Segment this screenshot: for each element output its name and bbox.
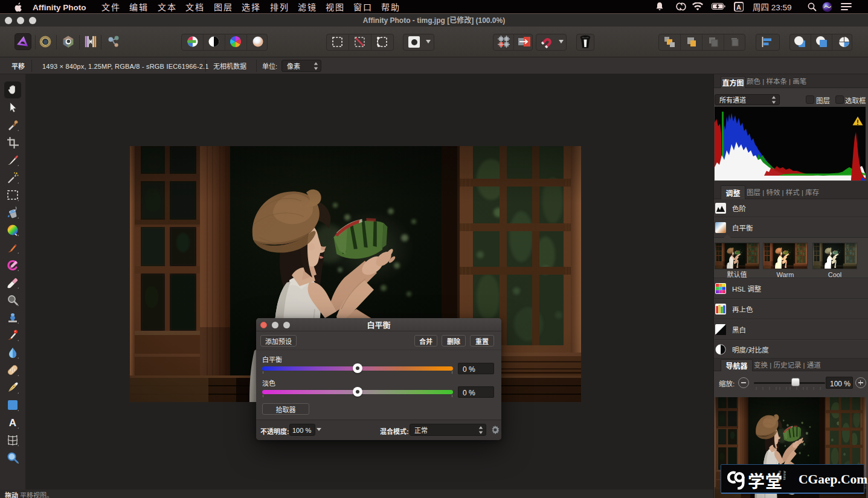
svg-text:A: A — [9, 417, 16, 429]
